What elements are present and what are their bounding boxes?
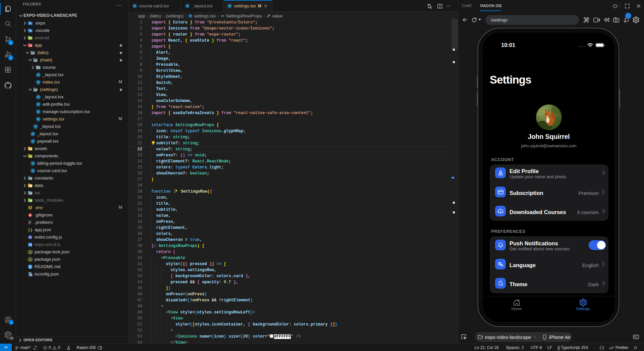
svg-text:TS: TS [30,274,33,276]
svg-text:TS: TS [29,243,32,246]
svg-text:JS: JS [29,251,32,253]
svg-text:JS: JS [29,258,32,261]
svg-text:iOS: iOS [30,193,32,194]
svg-text:{}: {} [28,228,33,232]
